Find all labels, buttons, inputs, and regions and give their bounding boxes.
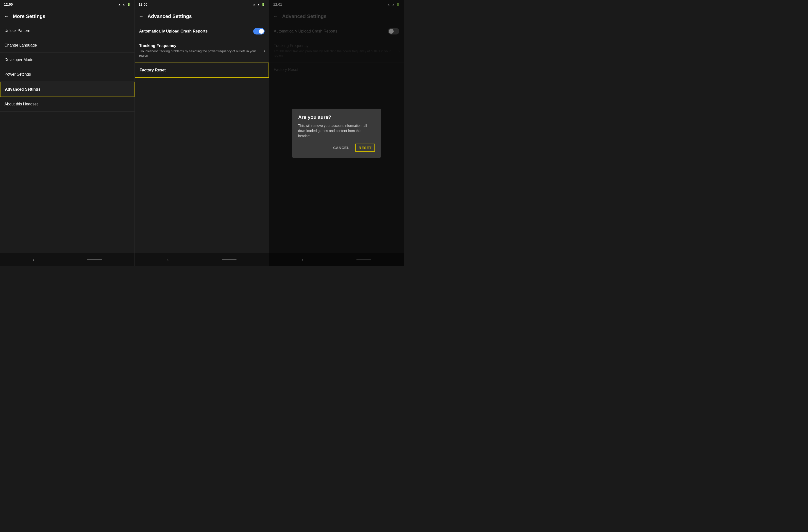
more-settings-menu: Unlock Pattern Change Language Developer… <box>0 24 134 112</box>
nav-back-button-1[interactable]: ‹ <box>33 257 34 262</box>
battery-icon-2: 🔋 <box>261 3 265 6</box>
tracking-freq-arrow: › <box>263 48 265 53</box>
menu-item-power-settings[interactable]: Power Settings <box>0 67 134 82</box>
panel-more-settings: 12:00 ▲ ▲ 🔋 ← More Settings Unlock Patte… <box>0 0 135 266</box>
factory-reset-dialog: Are you sure? This will remove your acco… <box>292 109 381 158</box>
advanced-settings-menu: Automatically Upload Crash Reports Track… <box>135 24 269 78</box>
toggle-thumb <box>259 29 264 34</box>
nav-back-button-2[interactable]: ‹ <box>167 257 169 262</box>
wifi-icon-2: ▲ <box>253 3 256 6</box>
bottom-nav-2: ‹ <box>135 253 269 266</box>
bottom-nav-1: ‹ <box>0 253 134 266</box>
signal-icon-2: ▲ <box>257 3 260 6</box>
menu-item-unlock-pattern[interactable]: Unlock Pattern <box>0 24 134 38</box>
menu-item-change-language[interactable]: Change Language <box>0 38 134 53</box>
status-bar-1: 12:00 ▲ ▲ 🔋 <box>0 0 134 9</box>
factory-reset-row[interactable]: Factory Reset <box>135 62 269 78</box>
status-time-1: 12:00 <box>4 2 13 6</box>
nav-pill-2[interactable] <box>222 259 237 260</box>
reset-button[interactable]: RESET <box>355 144 375 152</box>
crash-reports-row: Automatically Upload Crash Reports <box>135 24 269 39</box>
crash-reports-toggle[interactable] <box>253 28 264 35</box>
status-icons-1: ▲ ▲ 🔋 <box>118 3 131 6</box>
panel-advanced-settings-dialog: 12:01 ▲ ▲ 🔋 ← Advanced Settings Automati… <box>269 0 404 266</box>
menu-item-about-headset[interactable]: About this Headset <box>0 97 134 112</box>
back-button-2[interactable]: ← <box>139 14 144 19</box>
menu-item-advanced-settings[interactable]: Advanced Settings <box>0 82 134 97</box>
panel-advanced-settings: 12:00 ▲ ▲ 🔋 ← Advanced Settings Automati… <box>135 0 270 266</box>
dialog-overlay: Are you sure? This will remove your acco… <box>269 0 404 266</box>
status-bar-2: 12:00 ▲ ▲ 🔋 <box>135 0 269 9</box>
cancel-button[interactable]: CANCEL <box>331 144 351 151</box>
wifi-icon: ▲ <box>118 3 121 6</box>
battery-icon: 🔋 <box>127 3 131 6</box>
advanced-settings-header: ← Advanced Settings <box>135 9 269 24</box>
more-settings-title: More Settings <box>13 14 45 19</box>
status-icons-2: ▲ ▲ 🔋 <box>253 3 265 6</box>
dialog-title: Are you sure? <box>298 114 375 120</box>
advanced-settings-title: Advanced Settings <box>148 14 192 19</box>
menu-item-developer-mode[interactable]: Developer Mode <box>0 53 134 67</box>
dialog-actions: CANCEL RESET <box>298 144 375 152</box>
signal-icon: ▲ <box>123 3 125 6</box>
dialog-body: This will remove your account informatio… <box>298 123 375 139</box>
nav-pill-1[interactable] <box>87 259 102 260</box>
tracking-frequency-row[interactable]: Tracking Frequency Troubleshoot tracking… <box>135 39 269 62</box>
more-settings-header: ← More Settings <box>0 9 134 24</box>
status-time-2: 12:00 <box>139 2 148 6</box>
back-button-1[interactable]: ← <box>4 14 9 19</box>
